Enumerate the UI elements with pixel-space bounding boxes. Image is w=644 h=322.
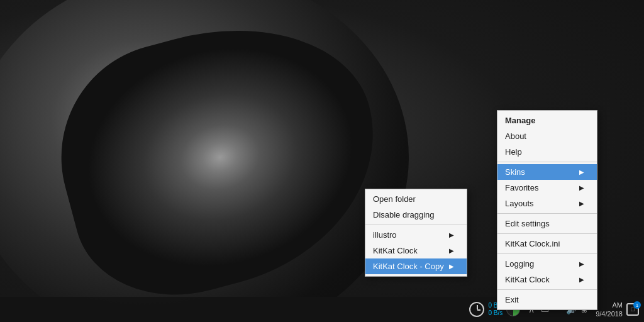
submenu-arrow-icon: ▶	[449, 263, 454, 270]
clock-icon	[469, 302, 484, 317]
menu-label: KitKat Clock.ini	[505, 239, 560, 248]
menu-separator	[497, 162, 597, 162]
menu-item-edit-settings[interactable]: Edit settings	[497, 216, 597, 231]
notification-count: 1	[636, 303, 638, 308]
menu-separator	[497, 289, 597, 290]
submenu-arrow-icon: ▶	[579, 260, 584, 267]
submenu-arrow-icon: ▶	[449, 231, 454, 238]
menu-label: Favorites	[505, 183, 538, 192]
menu-item-kitkat-clock-copy[interactable]: KitKat Clock - Copy ▶	[365, 258, 467, 274]
menu-separator	[497, 233, 597, 234]
menu-label: Manage	[505, 116, 535, 125]
menu-item-skins[interactable]: Skins ▶	[497, 164, 597, 180]
clock-widget	[469, 302, 484, 317]
menu-item-favorites[interactable]: Favorites ▶	[497, 180, 597, 196]
sub-context-menu: Manage About Help Skins ▶ Favorites ▶ La…	[497, 110, 597, 310]
menu-label: Layouts	[505, 199, 534, 208]
date-display: 9/4/2018	[596, 309, 623, 318]
menu-item-about[interactable]: About	[497, 128, 597, 144]
submenu-arrow-icon: ▶	[579, 200, 584, 207]
menu-label: Open folder	[373, 194, 416, 204]
menu-item-exit[interactable]: Exit	[497, 292, 597, 308]
menu-label: KitKat Clock	[505, 275, 550, 284]
menu-item-open-folder[interactable]: Open folder	[365, 191, 467, 207]
menu-label: Logging	[505, 259, 534, 269]
main-context-menu: Open folder Disable dragging illustro ▶ …	[365, 189, 467, 277]
menu-separator	[497, 253, 597, 254]
submenu-arrow-icon: ▶	[449, 247, 454, 254]
menu-label: Disable dragging	[373, 210, 435, 219]
menu-label: Exit	[505, 295, 519, 304]
menu-separator	[497, 213, 597, 214]
menu-item-layouts[interactable]: Layouts ▶	[497, 196, 597, 211]
menu-item-kitkat-clock[interactable]: KitKat Clock ▶	[365, 243, 467, 258]
menu-label: Skins	[505, 167, 525, 177]
menu-item-illustro[interactable]: illustro ▶	[365, 227, 467, 243]
menu-label: Help	[505, 147, 522, 157]
datetime-display[interactable]: AM 9/4/2018	[596, 301, 623, 319]
menu-label: KitKat Clock	[373, 246, 418, 255]
submenu-arrow-icon: ▶	[579, 169, 584, 175]
submenu-arrow-icon: ▶	[579, 276, 584, 283]
download-speed: 0 B/s	[488, 309, 502, 317]
menu-item-kitkat-clock-ini[interactable]: KitKat Clock.ini	[497, 236, 597, 252]
menu-item-logging[interactable]: Logging ▶	[497, 256, 597, 272]
time-display: AM	[613, 301, 623, 309]
menu-label: illustro	[373, 230, 397, 240]
notification-center-icon[interactable]: □ 1	[626, 303, 639, 316]
menu-label: About	[505, 131, 526, 141]
menu-item-manage[interactable]: Manage	[497, 113, 597, 128]
menu-separator	[365, 225, 467, 225]
menu-item-help[interactable]: Help	[497, 144, 597, 160]
menu-label: KitKat Clock - Copy	[373, 262, 444, 271]
menu-label: Edit settings	[505, 219, 550, 228]
menu-item-disable-dragging[interactable]: Disable dragging	[365, 207, 467, 223]
submenu-arrow-icon: ▶	[579, 184, 584, 191]
notification-badge: 1	[633, 301, 641, 309]
menu-item-kitkat-clock-sub[interactable]: KitKat Clock ▶	[497, 272, 597, 287]
